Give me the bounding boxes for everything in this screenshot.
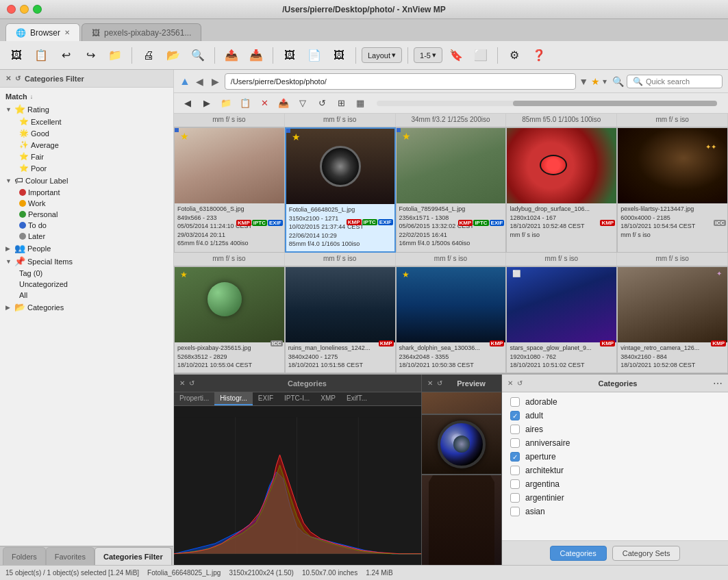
photo-cell-2[interactable]: ★ KMP IPTC EXIF Fotolia_66648025_L.jpg — [285, 127, 396, 253]
nav-delete-icon[interactable]: ✕ — [256, 95, 273, 112]
cat-item-argentinier[interactable]: argentinier — [502, 491, 728, 505]
nav-filter-icon[interactable]: ▽ — [294, 95, 311, 112]
tab-categories-filter[interactable]: Categories Filter — [95, 547, 172, 565]
cat-checkbox-anniversaire[interactable] — [510, 438, 520, 448]
search-area[interactable]: 🔍 — [627, 75, 723, 88]
sidebar-item-todo[interactable]: To do — [14, 220, 173, 231]
sidebar-close-icon[interactable]: ✕ — [5, 75, 11, 82]
maximize-button[interactable] — [33, 5, 42, 14]
photo-cell-10[interactable]: ✦ KMP vintage_retro_camera_126... 3840x2… — [617, 266, 728, 373]
cat-item-adorable[interactable]: adorable — [502, 395, 728, 409]
cat-checkbox-architektur[interactable] — [510, 466, 520, 475]
cat-checkbox-argentina[interactable] — [510, 479, 520, 489]
photo-cell-4[interactable]: KMP ladybug_drop_surface_106... 1280x102… — [506, 127, 617, 253]
photo-cell-9[interactable]: ⬜ KMP stars_space_glow_planet_9... 1920x… — [506, 266, 617, 373]
sidebar-item-colour-label[interactable]: ▼ 🏷 Colour Label — [0, 174, 173, 187]
tab-exift[interactable]: ExifT... — [341, 392, 373, 405]
sidebar-item-fair[interactable]: ⭐ Fair — [14, 151, 173, 162]
window-controls[interactable] — [7, 5, 42, 14]
photo-cell-3[interactable]: ★ KMP IPTC EXIF Fotolia_78599454_L.jpg 2… — [396, 127, 507, 253]
page-button[interactable]: 1-5 ▾ — [414, 47, 442, 63]
cat-item-aperture[interactable]: ✓ aperture — [502, 450, 728, 464]
sidebar-item-all[interactable]: All — [14, 290, 173, 301]
cat-checkbox-adorable[interactable] — [510, 397, 520, 407]
photo-cell-7[interactable]: KMP ruins_man_loneliness_1242... 3840x24… — [285, 266, 396, 373]
search-globe-icon[interactable]: 🔍 — [612, 76, 624, 87]
tab-favorites[interactable]: Favorites — [46, 547, 95, 565]
nav-grid2-icon[interactable]: ▦ — [352, 95, 368, 112]
photo-cell-8[interactable]: ★ KMP shark_dolphin_sea_130036... 2364x2… — [396, 266, 507, 373]
photo-cell-6[interactable]: ★ ICC pexels-pixabay-235615.jpg 5268x351… — [174, 266, 285, 373]
toolbar-back-icon[interactable]: ↩ — [55, 45, 77, 66]
toolbar-export-icon[interactable]: 📤 — [221, 45, 242, 66]
toolbar-frame-icon[interactable]: ⬜ — [470, 45, 492, 66]
tab-pexels[interactable]: 🖼 pexels-pixabay-23561... — [81, 23, 201, 41]
tab-browser-close[interactable]: ✕ — [64, 29, 70, 36]
sidebar-item-good[interactable]: 🌟 Good — [14, 127, 173, 139]
search-input[interactable] — [646, 77, 714, 86]
tab-xmp[interactable]: XMP — [315, 392, 341, 405]
tab-iptc[interactable]: IPTC-I... — [279, 392, 315, 405]
cat-checkbox-aires[interactable] — [510, 425, 520, 434]
minimize-button[interactable] — [20, 5, 29, 14]
info-close-icon[interactable]: ✕ — [179, 379, 185, 387]
cat-item-anniversaire[interactable]: anniversaire — [502, 436, 728, 450]
tab-histogram[interactable]: Histogr... — [214, 392, 252, 405]
tab-folders[interactable]: Folders — [3, 547, 46, 565]
categories-menu-icon[interactable]: ⋯ — [713, 378, 723, 389]
cat-item-asian[interactable]: asian — [502, 505, 728, 518]
nav-forward-button[interactable]: ▶ — [209, 75, 222, 88]
cat-item-adult[interactable]: ✓ adult — [502, 409, 728, 423]
sidebar-item-excellent[interactable]: ⭐ Excellent — [14, 116, 173, 127]
cat-item-architektur[interactable]: architektur — [502, 464, 728, 477]
nav-back-icon[interactable]: ◀ — [179, 95, 196, 112]
toolbar-settings-icon[interactable]: ⚙ — [503, 45, 525, 66]
sidebar-item-tag[interactable]: Tag (0) — [14, 268, 173, 279]
category-sets-button[interactable]: Category Sets — [612, 546, 681, 561]
cat-checkbox-aperture[interactable]: ✓ — [510, 452, 520, 462]
sidebar-item-categories[interactable]: ▶ 📂 Categories — [0, 301, 173, 314]
toolbar-folder-icon[interactable]: 📁 — [104, 45, 126, 66]
folder-up-icon[interactable]: ▲ — [179, 75, 190, 88]
sidebar-item-rating[interactable]: ▼ ⭐ Rating — [0, 103, 173, 116]
address-field[interactable]: /Users/pierre/Desktop/photo/ — [225, 73, 576, 90]
tab-exif[interactable]: EXIF — [253, 392, 279, 405]
toolbar-search-icon[interactable]: 🔍 — [187, 45, 209, 66]
sidebar-item-work[interactable]: Work — [14, 198, 173, 209]
toolbar-forward-icon[interactable]: ↪ — [79, 45, 101, 66]
sidebar-pin-icon[interactable]: ↺ — [15, 75, 21, 82]
toolbar-view-icon[interactable]: 🖼 — [328, 45, 350, 66]
tab-browser[interactable]: 🌐 Browser ✕ — [5, 23, 80, 41]
nav-copy-icon[interactable]: 📋 — [237, 95, 253, 112]
preview-pin-icon[interactable]: ↺ — [437, 379, 442, 387]
toolbar-bookmark-icon[interactable]: 🔖 — [445, 45, 467, 66]
toolbar-copy-icon[interactable]: 📋 — [30, 45, 52, 66]
sidebar-item-later[interactable]: Later — [14, 231, 173, 242]
toolbar-open-icon[interactable]: 🖼 — [5, 45, 27, 66]
sidebar-item-personal[interactable]: Personal — [14, 209, 173, 220]
toolbar-import-icon[interactable]: 📥 — [245, 45, 267, 66]
categories-pin-icon[interactable]: ↺ — [517, 379, 523, 387]
preview-close-icon[interactable]: ✕ — [427, 379, 433, 387]
toolbar-print-icon[interactable]: 🖨 — [138, 45, 160, 66]
categories-close-icon[interactable]: ✕ — [507, 379, 513, 387]
cat-checkbox-asian[interactable] — [510, 507, 520, 516]
tab-properties[interactable]: Properti... — [174, 392, 214, 405]
sidebar-item-special[interactable]: ▼ 📌 Special Items — [0, 255, 173, 268]
nav-fwd-icon[interactable]: ▶ — [199, 95, 215, 112]
photo-cell-1[interactable]: ★ KMP IPTC EXIF Fotolia_63180006_S.jpg 8… — [174, 127, 285, 253]
cat-checkbox-argentinier[interactable] — [510, 493, 520, 503]
nav-refresh-icon[interactable]: ↺ — [314, 95, 330, 112]
info-pin-icon[interactable]: ↺ — [189, 379, 194, 387]
sidebar-item-uncategorized[interactable]: Uncategorized — [14, 279, 173, 290]
photo-cell-5[interactable]: ✦✦ ICC pexels-lilartsy-1213447.jpg 6000x… — [617, 127, 728, 253]
layout-button[interactable]: Layout ▾ — [362, 47, 402, 63]
scroll-thumb[interactable] — [513, 101, 717, 106]
toolbar-photo-icon[interactable]: 🖼 — [279, 45, 301, 66]
toolbar-help-icon[interactable]: ❓ — [528, 45, 550, 66]
nav-back-button[interactable]: ◀ — [193, 75, 206, 88]
cat-checkbox-adult[interactable]: ✓ — [510, 411, 520, 420]
sidebar-item-important[interactable]: Important — [14, 187, 173, 198]
sidebar-item-poor[interactable]: ⭐ Poor — [14, 162, 173, 174]
nav-grid-icon[interactable]: ⊞ — [333, 95, 349, 112]
